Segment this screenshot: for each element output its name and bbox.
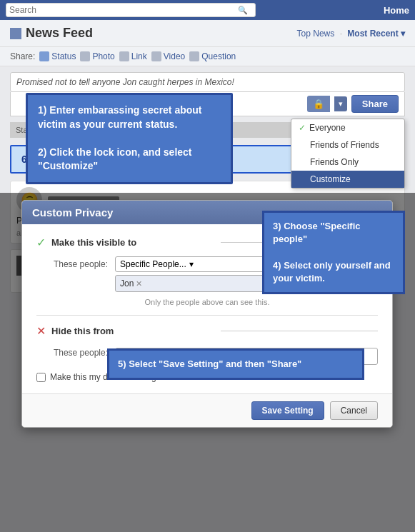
search-box[interactable]: 🔍 [6, 3, 256, 17]
home-link[interactable]: Home [384, 5, 409, 16]
privacy-dropdown-arrow[interactable]: ▾ [334, 96, 347, 111]
save-setting-button[interactable]: Save Setting [251, 401, 324, 420]
jon-tag: Jon ✕ [120, 278, 142, 288]
visible-section-title: Make this visible to [51, 237, 209, 248]
share-submit-button[interactable]: Share [351, 95, 399, 113]
dropdown-friends-of-friends[interactable]: Friends of Friends [291, 136, 404, 154]
status-input-area[interactable]: Promised not to tell anyone Jon caught h… [10, 72, 405, 92]
newsfeed-title-text: News Feed [26, 26, 93, 41]
newsfeed-title: News Feed [10, 26, 93, 41]
dropdown-arrow-icon: ▾ [189, 259, 194, 269]
these-people-label: These people: [36, 256, 108, 269]
search-input[interactable] [9, 5, 238, 15]
red-x-icon: ✕ [36, 324, 46, 338]
tooltip-step3-4: 3) Choose "Specific people"4) Select onl… [262, 211, 405, 294]
tooltip-step1-2-text: 1) Enter embarassing secret about victim… [38, 104, 202, 171]
most-recent-link[interactable]: Most Recent ▾ [347, 29, 405, 39]
link-share-btn[interactable]: Link [119, 51, 147, 61]
photo-share-btn[interactable]: Photo [80, 51, 114, 61]
separator: · [340, 29, 342, 39]
status-text: Promised not to tell anyone Jon caught h… [16, 77, 399, 87]
video-icon [151, 51, 161, 61]
cancel-button[interactable]: Cancel [330, 401, 378, 420]
hide-people-label: These people: [36, 345, 108, 358]
news-feed-icon [10, 28, 21, 39]
modal-footer: Save Setting Cancel [22, 393, 392, 427]
privacy-dropdown-menu: ✓ Everyone Friends of Friends Friends On… [291, 119, 405, 189]
modal-title: Custom Privacy [32, 206, 113, 219]
status-share-btn[interactable]: Status [39, 51, 76, 61]
hide-section-divider [221, 331, 379, 331]
link-icon [119, 51, 129, 61]
default-setting-checkbox[interactable] [36, 373, 46, 382]
dropdown-everyone[interactable]: ✓ Everyone [291, 119, 404, 136]
check-mark-icon: ✓ [299, 123, 306, 133]
field-hint: Only the people above can see this. [36, 298, 378, 306]
dropdown-friends-only[interactable]: Friends Only [291, 154, 404, 171]
tooltip-step3-4-text: 3) Choose "Specific people"4) Select onl… [273, 221, 391, 283]
tooltip-step5: 5) Select "Save Setting" and then "Share… [107, 348, 364, 380]
tag-remove-icon[interactable]: ✕ [136, 279, 142, 288]
status-icon [39, 51, 49, 61]
video-share-btn[interactable]: Video [151, 51, 185, 61]
newsfeed-header: News Feed Top News · Most Recent ▾ [0, 20, 415, 47]
question-share-btn[interactable]: Question [189, 51, 236, 61]
share-bar: Share: Status Photo Link Video Question [0, 47, 415, 66]
search-icon[interactable]: 🔍 [238, 6, 248, 15]
top-news-link[interactable]: Top News [297, 29, 335, 39]
question-icon [189, 51, 199, 61]
lock-icon: 🔒 [313, 99, 324, 109]
top-bar: 🔍 Home [0, 0, 415, 20]
photo-icon [80, 51, 90, 61]
top-news-links: Top News · Most Recent ▾ [297, 29, 405, 39]
tooltip-step1-2: 1) Enter embarassing secret about victim… [26, 93, 233, 184]
share-label: Share: [10, 51, 35, 61]
lock-button[interactable]: 🔒 [307, 96, 330, 112]
hide-section-header: ✕ Hide this from [36, 324, 378, 338]
tooltip-step5-text: 5) Select "Save Setting" and then "Share… [118, 358, 301, 369]
dropdown-customize[interactable]: Customize [291, 171, 404, 188]
green-check-icon: ✓ [36, 236, 46, 249]
hide-section-title: Hide this from [51, 326, 209, 336]
